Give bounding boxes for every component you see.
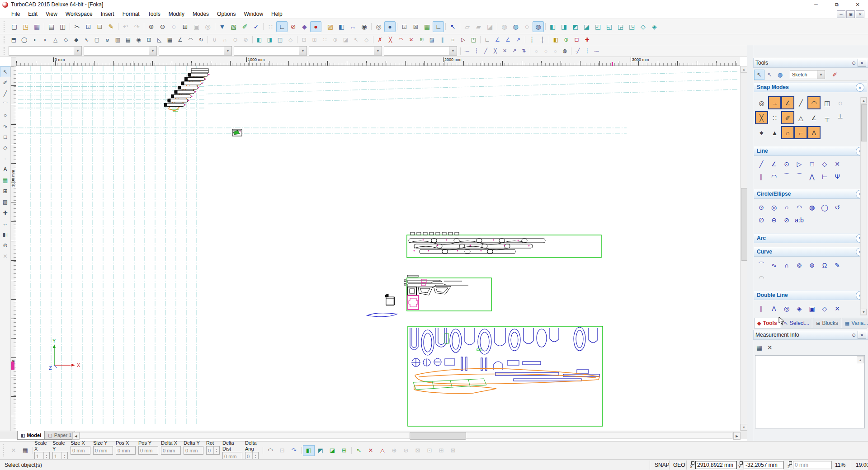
chevron-down-icon[interactable]: ▼ (224, 47, 231, 55)
pen-width-combo[interactable]: ▼ (84, 46, 157, 56)
text-tool-button[interactable]: A (0, 164, 10, 175)
new-button[interactable]: ▢ (9, 21, 20, 32)
publish-button[interactable]: ▼ (217, 21, 228, 32)
corner-button[interactable]: ∟ (482, 35, 492, 44)
circle-center-radius[interactable]: ⊙ (755, 202, 768, 213)
pick-pen-button[interactable]: ✐ (239, 21, 250, 32)
circle-mode-1-button[interactable]: ◌ (532, 47, 541, 56)
hemisphere-button[interactable]: ◖ (29, 35, 40, 44)
wing-rib-cluster[interactable] (165, 69, 210, 112)
view-front-button[interactable]: ◧ (547, 21, 558, 32)
solid-tools-button[interactable]: ◧ (336, 21, 347, 32)
insert-picture-button[interactable]: ▧ (228, 21, 239, 32)
cut-button[interactable]: ✂ (71, 21, 83, 32)
snap-tangent[interactable]: ∠ (807, 111, 821, 124)
render-button[interactable]: ● (310, 21, 321, 32)
render-hidden-line-button[interactable]: ◍ (510, 21, 521, 32)
zoom-in-button[interactable]: ⊕ (146, 21, 157, 32)
snap-face[interactable]: △ (794, 111, 807, 124)
named-view-button[interactable]: ⊠ (410, 21, 421, 32)
nest-box-a[interactable] (407, 232, 601, 258)
select-workplane-button[interactable]: ◩ (315, 445, 326, 456)
point-mode-6-button[interactable]: ↗ (509, 47, 519, 56)
snap-intersection[interactable]: ╳ (755, 111, 768, 124)
view-iso-nw-button[interactable]: ◈ (649, 21, 660, 32)
circle-trim-button[interactable]: ○ (448, 35, 458, 44)
circle-tan-line[interactable]: ◠ (793, 202, 806, 213)
pin-icon[interactable]: ⊙ (850, 331, 858, 338)
curve-cloud[interactable]: Ω (818, 259, 831, 271)
vertical-scrollbar[interactable]: ▲ ▼ (740, 66, 747, 431)
x-coordinate-field[interactable]: 2910,8922 mm (695, 461, 737, 469)
zoom-out-button[interactable]: ⊖ (157, 21, 168, 32)
zoom-full-button[interactable]: ▣ (191, 21, 202, 32)
insp-calc-button[interactable]: ▦ (19, 445, 31, 456)
curve-spline[interactable]: ⌒ (755, 259, 768, 271)
revolve-button[interactable]: ⌀ (102, 35, 113, 44)
render-scene-button[interactable]: ● (384, 21, 396, 32)
point-mode-5-button[interactable]: ✕ (500, 47, 509, 56)
spell-check-button[interactable]: ✓ (250, 21, 262, 32)
circle-3-point[interactable]: ◯ (818, 202, 831, 213)
paste-button[interactable]: ⊟ (94, 21, 105, 32)
line-tangent-2[interactable]: ⌒ (780, 171, 793, 183)
line-parallel[interactable]: ∥ (755, 171, 768, 183)
palette-tab-blocks[interactable]: ⊞ Blocks (813, 318, 841, 328)
explode-tool-button[interactable]: ✕ (0, 251, 10, 262)
chevron-down-icon[interactable]: ▼ (299, 47, 307, 55)
view-left-button[interactable]: ◩ (570, 21, 581, 32)
point-mode-4-button[interactable]: ╳ (491, 47, 500, 56)
array-rect-button[interactable]: ⊞ (309, 35, 320, 44)
snap-nearest[interactable]: → (768, 96, 781, 109)
tag-button[interactable]: ◧ (551, 35, 561, 44)
menu-format[interactable]: Format (118, 10, 144, 18)
parallel-button[interactable]: ∥ (437, 35, 448, 44)
measurement-info-title-bar[interactable]: Measurement Info ⊙ ✕ (753, 330, 868, 340)
spline-tool-button[interactable]: ∿ (0, 121, 10, 132)
compass-button[interactable]: ◍ (560, 47, 570, 56)
undo-button[interactable]: ↶ (120, 21, 131, 32)
rotate-30-button[interactable]: ∠ (175, 35, 185, 44)
snap-toggle[interactable]: SNAP (655, 460, 670, 470)
format-painter-button[interactable]: ✎ (105, 21, 117, 32)
deselect-button[interactable]: ↖ (353, 445, 365, 456)
paste-tagged-button[interactable]: ⊟ (571, 35, 582, 44)
palette-pen-button[interactable]: ✐ (830, 70, 840, 80)
facet-edit-button[interactable]: ◇ (285, 35, 296, 44)
t-meet-button[interactable]: ✕ (406, 35, 416, 44)
dline-circle[interactable]: ◎ (780, 303, 793, 315)
palette-tab-tools[interactable]: ◆ Tools (754, 318, 780, 328)
snap-magnetic[interactable]: ∩ (781, 126, 794, 139)
chevron-down-icon[interactable]: ▼ (74, 47, 81, 55)
menu-window[interactable]: Window (240, 10, 267, 18)
palette-scroll-thumb[interactable] (861, 104, 867, 141)
boolean-2d-subtract-button[interactable]: ◨ (264, 35, 275, 44)
line-polyline[interactable]: ∠ (768, 158, 780, 170)
split-button[interactable]: ┆ (527, 35, 537, 44)
menu-workspace[interactable]: Workspace (61, 10, 97, 18)
mdi-minimize-button[interactable]: ─ (837, 10, 845, 18)
point-snap-button[interactable]: ∷ (265, 21, 276, 32)
fit-array-button[interactable]: ⊕ (330, 35, 340, 44)
point-mode-7-button[interactable]: ⇅ (519, 47, 528, 56)
dline-rotated-rect[interactable]: ◇ (818, 303, 831, 315)
palette-tab-variables[interactable]: ▦ Varia... (842, 318, 868, 328)
export-folder-button[interactable]: ▨ (325, 21, 336, 32)
trim-button[interactable]: ✗ (375, 35, 385, 44)
snap-aperture[interactable]: ∗ (755, 126, 768, 139)
aerial-view-button[interactable]: ◎ (202, 21, 213, 32)
snap-perpendicular[interactable]: ┴ (834, 111, 847, 124)
chevron-down-icon[interactable]: ▼ (817, 70, 825, 79)
close-icon[interactable]: ✕ (858, 331, 866, 339)
slot-button[interactable]: ▤ (123, 35, 133, 44)
meet-2-lines-button[interactable]: ╳ (385, 35, 396, 44)
menu-modify[interactable]: Modify (165, 10, 189, 18)
cone-button[interactable]: △ (50, 35, 61, 44)
render-quality-button[interactable]: ◍ (533, 21, 544, 32)
menu-modes[interactable]: Modes (189, 10, 213, 18)
object-trim-button[interactable]: ▨ (427, 35, 437, 44)
view-back-button[interactable]: ◨ (558, 21, 570, 32)
spinner-icons[interactable]: ▲▼ (213, 446, 219, 454)
minimize-button[interactable]: ─ (806, 0, 826, 9)
offset-tool-button[interactable]: ⊚ (0, 240, 10, 251)
